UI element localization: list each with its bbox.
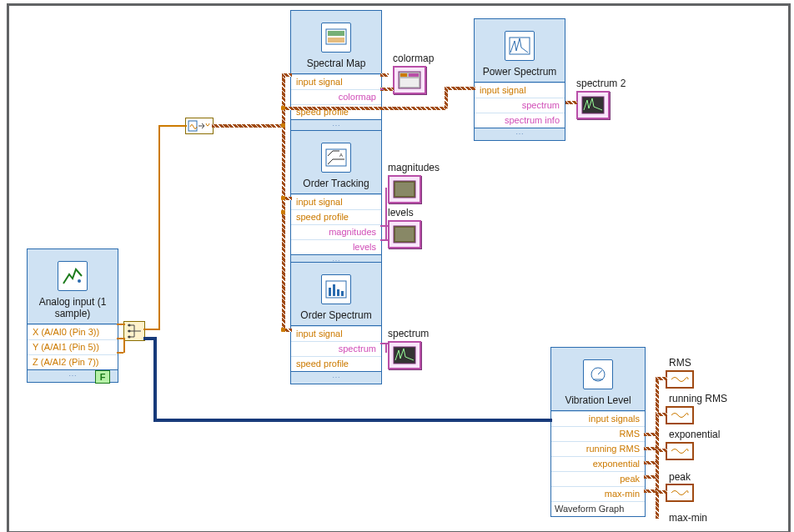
spectrum-indicator[interactable] [388, 341, 421, 369]
svg-point-0 [78, 279, 81, 283]
exponential-terminal[interactable] [666, 442, 694, 460]
vibration-rms[interactable]: RMS [551, 426, 645, 441]
spectral-map-input-signal[interactable]: input signal [291, 74, 381, 89]
dynamic-data-convert-node[interactable] [185, 118, 214, 134]
wire-junction [281, 106, 285, 110]
peak-terminal[interactable] [666, 484, 694, 502]
svg-rect-7 [328, 31, 344, 36]
order-tracking-input-signal[interactable]: input signal [291, 194, 381, 209]
vi-expand-handle[interactable]: ⋯ [475, 128, 565, 140]
power-spectrum-input-signal[interactable]: input signal [475, 83, 565, 98]
svg-rect-24 [341, 291, 344, 296]
svg-rect-21 [329, 288, 331, 296]
power-spectrum-spectrum[interactable]: spectrum [475, 98, 565, 113]
svg-rect-11 [400, 78, 419, 87]
svg-rect-19 [395, 228, 414, 241]
svg-rect-10 [409, 73, 419, 77]
spectral-map-colormap[interactable]: colormap [291, 89, 381, 104]
analog-input-vi[interactable]: Analog input (1 sample) X (A/AI0 (Pin 3)… [27, 248, 118, 383]
order-tracking-vi[interactable]: A Order Tracking input signal speed prof… [290, 130, 382, 268]
order-tracking-title: Order Tracking [291, 177, 381, 194]
analog-input-title: Analog input (1 sample) [28, 295, 118, 324]
labview-block-diagram: Analog input (1 sample) X (A/AI0 (Pin 3)… [0, 0, 794, 532]
svg-rect-6 [328, 38, 344, 43]
order-spectrum-title: Order Spectrum [291, 309, 381, 326]
vibration-running-rms[interactable]: running RMS [551, 441, 645, 456]
vibration-level-title: Vibration Level [551, 394, 645, 411]
wire-junction [281, 123, 285, 128]
order-spectrum-vi[interactable]: Order Spectrum input signal spectrum spe… [290, 262, 382, 384]
exponential-label: exponential [669, 429, 720, 440]
vibration-max-min[interactable]: max-min [551, 486, 645, 501]
rms-terminal[interactable] [666, 370, 694, 389]
analog-input-row-y[interactable]: Y (A/AI1 (Pin 5)) [28, 339, 118, 354]
vi-expand-handle[interactable]: ⋯ [291, 371, 381, 384]
vibration-level-vi[interactable]: Vibration Level input signals RMS runnin… [550, 347, 646, 517]
svg-rect-22 [333, 284, 335, 296]
wire-junction [281, 196, 285, 200]
order-tracking-icon: A [321, 143, 351, 173]
maxmin-label: max-min [669, 512, 707, 524]
vibration-exponential[interactable]: exponential [551, 456, 645, 471]
analog-input-icon [58, 261, 88, 291]
spectral-map-title: Spectral Map [291, 57, 381, 74]
magnitudes-indicator-label: magnitudes [388, 162, 440, 173]
spectrum2-indicator-label: spectrum 2 [576, 78, 626, 89]
power-spectrum-icon [505, 31, 535, 61]
autoindex-false-constant[interactable]: F [95, 370, 110, 384]
svg-rect-17 [395, 183, 414, 196]
magnitudes-indicator[interactable] [388, 175, 421, 203]
power-spectrum-spectrum-info[interactable]: spectrum info [475, 113, 565, 128]
spectral-map-icon [321, 23, 351, 53]
running-rms-terminal[interactable] [666, 406, 694, 424]
order-spectrum-spectrum[interactable]: spectrum [291, 341, 381, 356]
peak-label: peak [669, 471, 691, 483]
svg-point-3 [128, 336, 131, 339]
wire-junction [281, 328, 285, 332]
waveform-graph-row[interactable]: Waveform Graph [551, 501, 645, 516]
running-rms-label: running RMS [669, 393, 727, 404]
svg-point-2 [128, 330, 131, 333]
svg-rect-23 [337, 289, 339, 296]
order-tracking-levels[interactable]: levels [291, 239, 381, 254]
vibration-input-signals[interactable]: input signals [551, 411, 645, 426]
rms-label: RMS [669, 357, 691, 369]
vibration-peak[interactable]: peak [551, 471, 645, 486]
order-tracking-speed-profile[interactable]: speed profile [291, 209, 381, 224]
power-spectrum-vi[interactable]: Power Spectrum input signal spectrum spe… [474, 18, 565, 141]
colormap-indicator[interactable] [393, 66, 426, 94]
wire-junction [281, 210, 285, 214]
spectral-map-vi[interactable]: Spectral Map input signal colormap speed… [290, 10, 382, 133]
spectrum-indicator-label: spectrum [388, 328, 429, 339]
order-spectrum-input-signal[interactable]: input signal [291, 326, 381, 341]
spectral-map-speed-profile[interactable]: speed profile [291, 104, 381, 119]
bundle-node[interactable] [123, 321, 145, 341]
analog-input-row-z[interactable]: Z (A/AI2 (Pin 7)) [28, 354, 118, 369]
order-spectrum-icon [321, 274, 351, 304]
svg-point-1 [128, 324, 131, 327]
colormap-indicator-label: colormap [393, 53, 434, 64]
vibration-level-icon [583, 359, 613, 389]
order-spectrum-speed-profile[interactable]: speed profile [291, 356, 381, 371]
spectrum2-indicator[interactable] [576, 91, 610, 119]
svg-rect-9 [400, 73, 407, 77]
levels-indicator-label: levels [388, 207, 414, 218]
order-tracking-magnitudes[interactable]: magnitudes [291, 224, 381, 239]
levels-indicator[interactable] [388, 220, 421, 248]
svg-text:A: A [339, 153, 343, 158]
analog-input-row-x[interactable]: X (A/AI0 (Pin 3)) [28, 324, 118, 339]
power-spectrum-title: Power Spectrum [475, 65, 565, 83]
